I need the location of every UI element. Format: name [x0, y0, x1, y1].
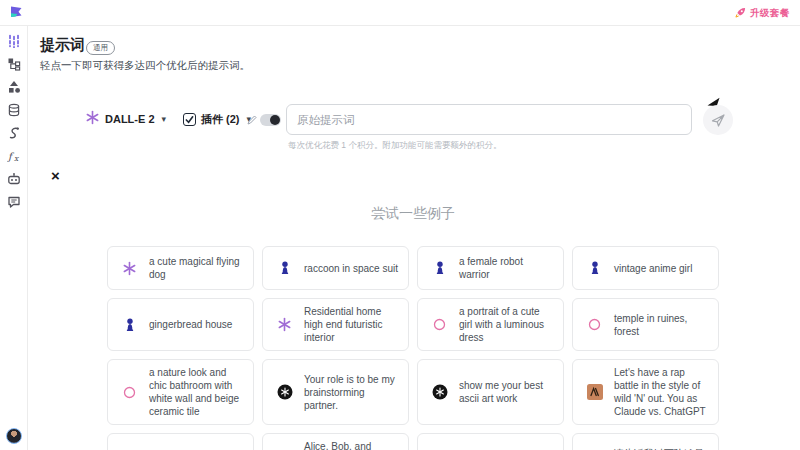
example-card[interactable]: temple in ruines, forest	[572, 298, 719, 351]
example-card-text: a nature look and chic bathroom with whi…	[149, 366, 243, 418]
openai-icon	[276, 317, 293, 332]
plugins-checkbox[interactable]	[183, 113, 196, 126]
example-card[interactable]: vintage anime girl	[572, 246, 719, 290]
anthropic-icon	[586, 384, 603, 400]
ring-icon	[586, 318, 603, 331]
toggle-knob	[270, 115, 280, 125]
mode-badge: 通用	[86, 41, 115, 55]
example-card[interactable]: raccoon in space suit	[262, 246, 409, 290]
example-card-text: a portrait of a cute girl with a luminou…	[459, 305, 553, 344]
example-card-text: vintage anime girl	[614, 262, 692, 275]
prompt-input[interactable]	[286, 104, 692, 135]
example-card[interactable]: a cute magical flying dog	[107, 246, 254, 290]
chatgpt-icon	[431, 384, 448, 400]
sd-icon	[121, 318, 138, 332]
example-card[interactable]: gingerbread house	[107, 298, 254, 351]
example-card[interactable]: Residential home high end futuristic int…	[262, 298, 409, 351]
openai-icon	[121, 261, 138, 276]
upgrade-plan-button[interactable]: 升级套餐	[735, 4, 790, 22]
chatgpt-icon	[276, 384, 293, 400]
pencil-icon	[247, 111, 257, 129]
sd-icon	[586, 261, 603, 275]
sidebar-item-templates[interactable]	[5, 80, 23, 94]
chevron-down-icon: ▾	[162, 114, 167, 124]
example-card[interactable]: a nature look and chic bathroom with whi…	[107, 359, 254, 425]
example-card-text: a cute magical flying dog	[149, 255, 243, 281]
upgrade-plan-label: 升级套餐	[750, 7, 790, 20]
example-card[interactable]: 请告诉我以下陈述是否包含时代错误：在盟军轰炸硫磺岛海滩期间，拉尔夫大声…	[572, 433, 719, 450]
auto-edit-toggle-group	[247, 111, 281, 129]
ring-icon	[431, 318, 448, 331]
example-card-text: Alice, Bob, and Claire are playing a gam…	[304, 440, 398, 450]
plugins-selector-label: 插件 (2)	[201, 112, 240, 127]
rocket-icon	[735, 4, 746, 22]
example-card[interactable]: a portrait of a cute girl with a luminou…	[417, 298, 564, 351]
promptperfect-logo-icon[interactable]	[8, 5, 24, 21]
sidebar-item-data[interactable]	[5, 103, 23, 117]
optimize-send-button[interactable]	[703, 105, 733, 135]
page-title: 提示词	[40, 36, 85, 55]
example-card[interactable]: Alice, Bob, and Claire are playing a gam…	[262, 433, 409, 450]
credit-note: 每次优化花费 1 个积分。附加功能可能需要额外的积分。	[288, 140, 501, 152]
example-card-text: temple in ruines, forest	[614, 312, 708, 338]
example-card[interactable]: show me your best ascii art work	[417, 359, 564, 425]
user-avatar[interactable]	[6, 428, 22, 444]
ring-icon	[121, 386, 138, 399]
page-subtitle: 轻点一下即可获得多达四个优化后的提示词。	[40, 59, 250, 73]
example-card-text: 请告诉我以下陈述是否包含时代错误：在盟军轰炸硫磺岛海滩期间，拉尔夫大声…	[614, 447, 708, 450]
sidebar-item-prompt-optimizer[interactable]	[5, 34, 23, 48]
model-selector[interactable]: DALL-E 2 ▾	[85, 104, 166, 134]
sd-icon	[276, 261, 293, 275]
examples-grid: a cute magical flying dograccoon in spac…	[107, 246, 719, 450]
sidebar-item-chat[interactable]	[5, 195, 23, 209]
close-icon[interactable]: ×	[51, 168, 60, 183]
model-selector-label: DALL-E 2	[105, 113, 155, 125]
example-card[interactable]: Your role is to be my brainstorming part…	[262, 359, 409, 425]
svg-text:x: x	[14, 154, 19, 163]
sidebar-item-assistant[interactable]	[5, 172, 23, 186]
app-window: 升级套餐	[0, 0, 800, 450]
sidebar-item-flow[interactable]	[5, 57, 23, 71]
example-card-text: Let's have a rap battle in the style of …	[614, 366, 708, 418]
auto-edit-toggle[interactable]	[260, 114, 281, 126]
example-card[interactable]: a female robot warrior	[417, 246, 564, 290]
plugins-selector[interactable]: 插件 (2) ▾	[183, 104, 251, 134]
send-icon	[711, 113, 726, 128]
topbar: 升级套餐	[0, 0, 800, 26]
example-card-text: a female robot warrior	[459, 255, 553, 281]
example-card-text: raccoon in space suit	[304, 262, 398, 275]
examples-heading: 尝试一些例子	[107, 205, 719, 223]
sidebar: ƒ x	[0, 26, 28, 450]
example-card-text: gingerbread house	[149, 318, 232, 331]
example-card[interactable]: create a story with only words less than…	[417, 433, 564, 450]
sd-icon	[431, 261, 448, 275]
example-card[interactable]: Tell me you have boyfriend without telli…	[107, 433, 254, 450]
sidebar-item-functions[interactable]: ƒ x	[5, 149, 23, 163]
sidebar-item-hook[interactable]	[5, 126, 23, 140]
example-card-text: show me your best ascii art work	[459, 379, 553, 405]
example-card-text: Your role is to be my brainstorming part…	[304, 373, 398, 412]
example-card-text: Residential home high end futuristic int…	[304, 305, 398, 344]
example-card[interactable]: Let's have a rap battle in the style of …	[572, 359, 719, 425]
openai-model-icon	[85, 110, 100, 129]
